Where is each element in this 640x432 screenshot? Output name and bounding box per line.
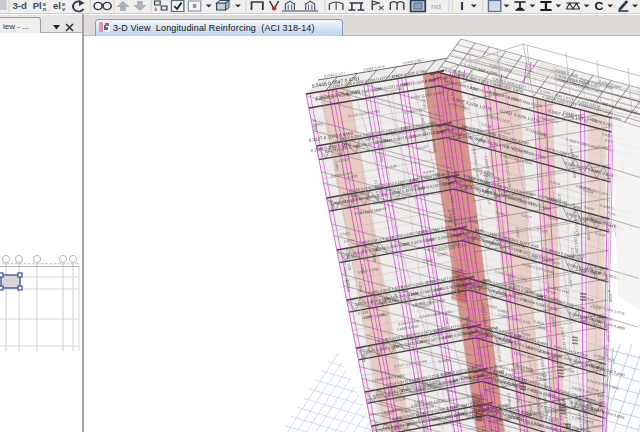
svg-text:C: C — [594, 0, 604, 12]
svg-text:k: k — [155, 6, 158, 12]
svg-text:I: I — [460, 0, 463, 12]
svg-text:nd: nd — [431, 1, 441, 10]
